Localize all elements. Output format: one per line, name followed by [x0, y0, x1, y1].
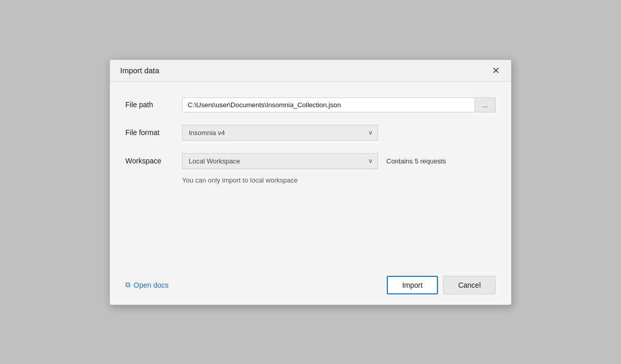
file-path-group: ... — [182, 97, 496, 112]
import-dialog: Import data ✕ File path ... File format … — [109, 59, 512, 305]
external-link-icon: ⧉ — [125, 280, 130, 289]
close-button[interactable]: ✕ — [489, 65, 503, 76]
browse-button[interactable]: ... — [475, 97, 496, 112]
import-button[interactable]: Import — [387, 276, 438, 294]
cancel-button[interactable]: Cancel — [443, 276, 496, 294]
workspace-select[interactable]: Local Workspace — [182, 153, 378, 169]
spacer — [125, 196, 496, 258]
workspace-select-wrapper: Local Workspace ∨ — [182, 153, 378, 169]
dialog-footer: ⧉ Open docs Import Cancel — [110, 269, 511, 305]
file-path-row: File path ... — [125, 97, 496, 112]
file-format-select[interactable]: Insomnia v4 — [182, 125, 378, 141]
workspace-label: Workspace — [125, 157, 182, 165]
file-format-label: File format — [125, 128, 182, 137]
dialog-body: File path ... File format Insomnia v4 ∨ … — [110, 82, 511, 269]
file-path-label: File path — [125, 101, 182, 109]
open-docs-label: Open docs — [134, 281, 169, 289]
dialog-title: Import data — [120, 66, 159, 75]
workspace-row: Workspace Local Workspace ∨ Contains 5 r… — [125, 153, 496, 169]
file-format-row: File format Insomnia v4 ∨ — [125, 125, 496, 141]
file-path-input[interactable] — [182, 97, 475, 112]
workspace-select-group: Local Workspace ∨ Contains 5 requests — [182, 153, 496, 169]
file-format-select-wrapper: Insomnia v4 ∨ — [182, 125, 378, 141]
open-docs-link[interactable]: ⧉ Open docs — [125, 280, 169, 289]
contains-badge: Contains 5 requests — [386, 157, 446, 165]
dialog-titlebar: Import data ✕ — [110, 60, 511, 82]
footer-buttons: Import Cancel — [387, 276, 496, 294]
workspace-note: You can only import to local workspace — [182, 176, 496, 184]
